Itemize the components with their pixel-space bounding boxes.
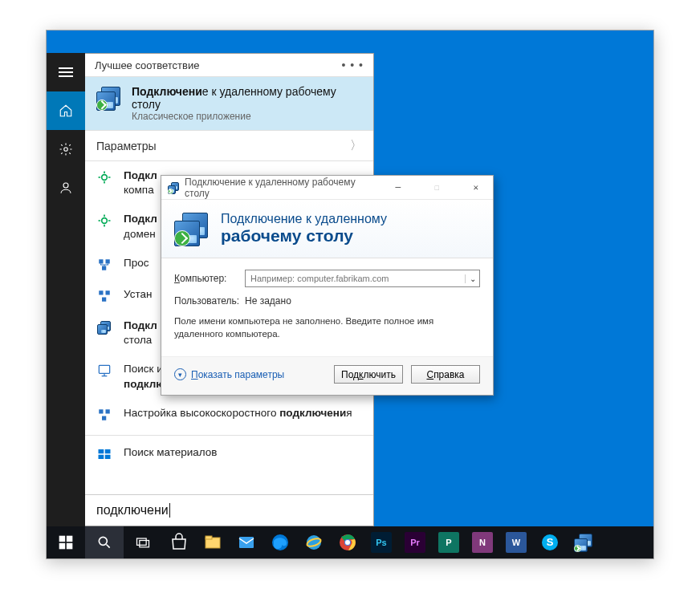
computer-combobox[interactable]: ⌄ — [245, 270, 480, 287]
minimize-button[interactable]: ─ — [381, 176, 415, 200]
result-text: Устан — [124, 287, 152, 302]
result-text: Подклстола — [124, 319, 157, 347]
user-value: Не задано — [245, 295, 291, 307]
taskbar-explorer[interactable] — [196, 526, 230, 558]
svg-rect-8 — [106, 290, 110, 294]
result-text: Прос — [124, 256, 149, 270]
result-item[interactable]: Настройка высокоскоростного подключения — [85, 399, 373, 430]
troubleshoot-icon — [96, 363, 112, 379]
expand-icon: ▾ — [174, 368, 186, 380]
store-result-text: Поиск материалов — [124, 445, 217, 460]
svg-rect-10 — [99, 366, 109, 374]
taskbar-publisher[interactable]: P — [432, 526, 466, 558]
svg-rect-23 — [137, 538, 147, 545]
svg-rect-14 — [99, 449, 104, 453]
user-label: Пользователь: — [174, 295, 237, 307]
svg-rect-18 — [59, 536, 66, 542]
taskview-button[interactable] — [124, 526, 162, 558]
rdc-large-icon — [174, 211, 210, 246]
sidebar-user[interactable] — [47, 169, 85, 207]
settings-section-label: Параметры — [96, 140, 157, 152]
network-result-icon — [96, 407, 112, 423]
rdp-window-title: Подключение к удаленному рабочему столу — [185, 177, 372, 199]
taskbar-store[interactable] — [162, 526, 196, 558]
svg-point-33 — [345, 540, 350, 545]
svg-rect-6 — [102, 266, 106, 270]
chevron-down-icon[interactable]: ⌄ — [465, 274, 479, 283]
taskbar-photoshop[interactable]: Ps — [364, 526, 398, 558]
home-icon — [59, 104, 73, 118]
svg-point-22 — [99, 537, 107, 545]
rdp-header-line2: рабочему столу — [221, 226, 387, 246]
svg-rect-24 — [140, 541, 149, 547]
rdp-header: Подключение к удаленному рабочему столу — [161, 200, 493, 258]
settings-result-icon — [96, 169, 112, 185]
taskbar-word[interactable]: W — [499, 526, 533, 558]
svg-rect-7 — [99, 290, 103, 294]
more-icon[interactable]: • • • — [342, 59, 364, 71]
svg-rect-4 — [99, 259, 103, 263]
result-text: Подклдомен — [124, 212, 157, 241]
rdc-title-icon — [168, 181, 180, 194]
taskbar-premiere[interactable]: Pr — [398, 526, 432, 558]
taskbar-ie[interactable] — [297, 526, 331, 558]
best-match-title: Подключение к удаленному рабочему столу — [132, 85, 362, 111]
network-result-icon — [96, 288, 112, 304]
taskbar-onenote[interactable]: N — [466, 526, 499, 558]
taskbar-chrome[interactable] — [331, 526, 364, 558]
start-button[interactable] — [47, 526, 85, 558]
taskbar: Ps Pr P N W S — [47, 526, 653, 558]
svg-rect-19 — [67, 536, 73, 542]
desktop: Лучшее соответствие • • • Подключение к … — [47, 30, 653, 558]
rdp-body: Компьютер: ⌄ Пользователь: Не задано Пол… — [161, 258, 493, 356]
taskbar-skype[interactable]: S — [533, 526, 567, 558]
settings-result-icon — [96, 213, 112, 229]
chevron-right-icon: 〉 — [350, 138, 362, 153]
rdp-header-line1: Подключение к удаленному — [221, 212, 387, 226]
svg-rect-13 — [102, 416, 106, 420]
svg-rect-27 — [239, 537, 254, 548]
search-button[interactable] — [85, 526, 124, 558]
connect-button[interactable]: Подключить — [334, 365, 403, 384]
gear-icon — [59, 142, 73, 156]
svg-text:S: S — [547, 536, 554, 548]
svg-point-3 — [102, 218, 108, 224]
svg-rect-9 — [102, 297, 106, 301]
maximize-button[interactable]: ☐ — [420, 176, 454, 200]
store-icon — [96, 446, 112, 462]
help-button[interactable]: Справка — [411, 365, 480, 384]
store-result-item[interactable]: Поиск материалов — [85, 435, 373, 469]
search-input[interactable]: подключени — [85, 494, 373, 526]
taskbar-edge[interactable] — [263, 526, 297, 558]
taskbar-mail[interactable] — [230, 526, 263, 558]
svg-rect-5 — [106, 259, 110, 263]
svg-point-0 — [64, 148, 68, 152]
start-sidebar — [47, 53, 85, 526]
show-options-link[interactable]: ▾ Показать параметры — [174, 368, 326, 380]
hamburger-menu[interactable] — [47, 53, 85, 91]
best-match-header: Лучшее соответствие • • • — [85, 54, 373, 77]
svg-rect-26 — [206, 536, 212, 539]
settings-section-header[interactable]: Параметры 〉 — [85, 130, 373, 161]
taskbar-rdc[interactable] — [567, 526, 600, 558]
network-result-icon — [96, 257, 112, 273]
computer-input[interactable] — [246, 274, 465, 283]
close-button[interactable]: ✕ — [459, 176, 493, 200]
hamburger-icon — [59, 67, 73, 77]
rdp-titlebar[interactable]: Подключение к удаленному рабочему столу … — [161, 176, 493, 200]
text-cursor — [169, 503, 170, 518]
best-match-item[interactable]: Подключение к удаленному рабочему столу … — [85, 77, 373, 130]
svg-rect-16 — [99, 455, 104, 459]
best-match-subtitle: Классическое приложение — [132, 111, 362, 122]
best-match-label: Лучшее соответствие — [95, 59, 199, 71]
svg-rect-11 — [99, 409, 103, 413]
svg-point-1 — [63, 183, 68, 188]
sidebar-settings[interactable] — [47, 130, 85, 169]
svg-rect-20 — [59, 543, 66, 550]
user-icon — [59, 181, 73, 195]
svg-rect-12 — [106, 409, 110, 413]
rdc-result-icon — [96, 319, 112, 335]
sidebar-home[interactable] — [47, 91, 85, 130]
rdp-dialog: Подключение к удаленному рабочему столу … — [161, 175, 494, 396]
svg-rect-17 — [105, 455, 111, 459]
